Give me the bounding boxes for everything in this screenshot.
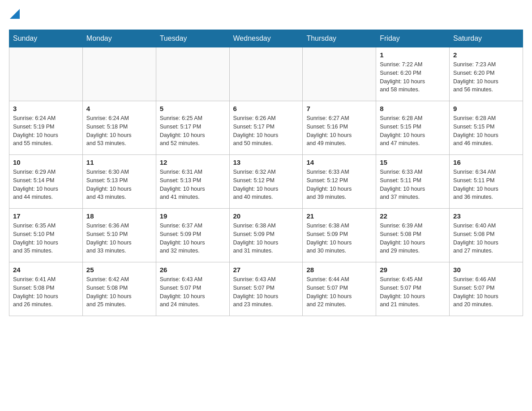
day-info: Sunrise: 6:30 AM Sunset: 5:13 PM Dayligh… — [86, 168, 152, 201]
day-info: Sunrise: 6:38 AM Sunset: 5:09 PM Dayligh… — [233, 222, 299, 255]
calendar-cell: 27Sunrise: 6:43 AM Sunset: 5:07 PM Dayli… — [229, 262, 303, 316]
day-number: 12 — [160, 158, 226, 166]
day-info: Sunrise: 6:38 AM Sunset: 5:09 PM Dayligh… — [306, 222, 372, 255]
svg-marker-0 — [10, 9, 20, 19]
calendar-cell: 25Sunrise: 6:42 AM Sunset: 5:08 PM Dayli… — [82, 262, 156, 316]
calendar-cell: 14Sunrise: 6:33 AM Sunset: 5:12 PM Dayli… — [303, 155, 376, 209]
day-number: 27 — [233, 266, 299, 274]
calendar-cell: 13Sunrise: 6:32 AM Sunset: 5:12 PM Dayli… — [229, 155, 303, 209]
day-number: 10 — [13, 158, 79, 166]
day-number: 11 — [86, 158, 152, 166]
header-tuesday: Tuesday — [156, 30, 229, 47]
calendar-week-row: 1Sunrise: 7:22 AM Sunset: 6:20 PM Daylig… — [9, 47, 523, 101]
day-info: Sunrise: 6:37 AM Sunset: 5:09 PM Dayligh… — [160, 222, 226, 255]
day-info: Sunrise: 6:32 AM Sunset: 5:12 PM Dayligh… — [233, 168, 299, 201]
calendar-cell: 3Sunrise: 6:24 AM Sunset: 5:19 PM Daylig… — [9, 101, 83, 155]
day-number: 15 — [380, 158, 446, 166]
calendar-cell: 12Sunrise: 6:31 AM Sunset: 5:13 PM Dayli… — [156, 155, 229, 209]
calendar-cell: 4Sunrise: 6:24 AM Sunset: 5:18 PM Daylig… — [82, 101, 156, 155]
day-info: Sunrise: 6:41 AM Sunset: 5:08 PM Dayligh… — [13, 275, 79, 309]
day-number: 28 — [306, 266, 372, 274]
calendar-cell: 10Sunrise: 6:29 AM Sunset: 5:14 PM Dayli… — [9, 155, 83, 209]
header — [9, 9, 523, 21]
day-number: 30 — [453, 266, 519, 274]
day-number: 19 — [160, 212, 226, 220]
day-number: 16 — [453, 158, 519, 166]
day-info: Sunrise: 6:24 AM Sunset: 5:18 PM Dayligh… — [86, 114, 152, 148]
day-info: Sunrise: 6:44 AM Sunset: 5:07 PM Dayligh… — [306, 275, 372, 309]
day-number: 9 — [453, 105, 519, 112]
logo — [9, 9, 21, 21]
calendar-cell: 16Sunrise: 6:34 AM Sunset: 5:11 PM Dayli… — [450, 155, 523, 209]
calendar-cell: 8Sunrise: 6:28 AM Sunset: 5:15 PM Daylig… — [376, 101, 450, 155]
calendar-cell: 18Sunrise: 6:36 AM Sunset: 5:10 PM Dayli… — [82, 209, 156, 262]
calendar-cell: 6Sunrise: 6:26 AM Sunset: 5:17 PM Daylig… — [229, 101, 303, 155]
day-number: 3 — [13, 105, 79, 112]
calendar-cell: 11Sunrise: 6:30 AM Sunset: 5:13 PM Dayli… — [82, 155, 156, 209]
day-info: Sunrise: 7:22 AM Sunset: 6:20 PM Dayligh… — [380, 60, 446, 94]
calendar-header-row: Sunday Monday Tuesday Wednesday Thursday… — [9, 30, 523, 47]
day-info: Sunrise: 6:26 AM Sunset: 5:17 PM Dayligh… — [233, 114, 299, 148]
day-info: Sunrise: 6:35 AM Sunset: 5:10 PM Dayligh… — [13, 222, 79, 255]
header-sunday: Sunday — [9, 30, 83, 47]
header-wednesday: Wednesday — [229, 30, 303, 47]
day-number: 22 — [380, 212, 446, 220]
calendar-cell: 21Sunrise: 6:38 AM Sunset: 5:09 PM Dayli… — [303, 209, 376, 262]
calendar-cell: 22Sunrise: 6:39 AM Sunset: 5:08 PM Dayli… — [376, 209, 450, 262]
day-info: Sunrise: 6:42 AM Sunset: 5:08 PM Dayligh… — [86, 275, 152, 309]
calendar-cell: 15Sunrise: 6:33 AM Sunset: 5:11 PM Dayli… — [376, 155, 450, 209]
calendar-cell: 28Sunrise: 6:44 AM Sunset: 5:07 PM Dayli… — [303, 262, 376, 316]
header-thursday: Thursday — [303, 30, 376, 47]
calendar-cell — [9, 47, 83, 101]
calendar-cell: 5Sunrise: 6:25 AM Sunset: 5:17 PM Daylig… — [156, 101, 229, 155]
day-number: 2 — [453, 51, 519, 59]
day-number: 17 — [13, 212, 79, 220]
day-info: Sunrise: 6:43 AM Sunset: 5:07 PM Dayligh… — [233, 275, 299, 309]
header-friday: Friday — [376, 30, 450, 47]
calendar-cell: 19Sunrise: 6:37 AM Sunset: 5:09 PM Dayli… — [156, 209, 229, 262]
calendar-week-row: 24Sunrise: 6:41 AM Sunset: 5:08 PM Dayli… — [9, 262, 523, 316]
day-number: 8 — [380, 105, 446, 112]
calendar-table: Sunday Monday Tuesday Wednesday Thursday… — [9, 30, 523, 316]
day-number: 24 — [13, 266, 79, 274]
calendar-cell — [229, 47, 303, 101]
calendar-cell — [82, 47, 156, 101]
header-saturday: Saturday — [450, 30, 523, 47]
day-info: Sunrise: 6:45 AM Sunset: 5:07 PM Dayligh… — [380, 275, 446, 309]
day-info: Sunrise: 6:36 AM Sunset: 5:10 PM Dayligh… — [86, 222, 152, 255]
day-info: Sunrise: 6:24 AM Sunset: 5:19 PM Dayligh… — [13, 114, 79, 148]
day-number: 1 — [380, 51, 446, 59]
day-info: Sunrise: 6:40 AM Sunset: 5:08 PM Dayligh… — [453, 222, 519, 255]
day-number: 29 — [380, 266, 446, 274]
day-number: 13 — [233, 158, 299, 166]
day-info: Sunrise: 6:43 AM Sunset: 5:07 PM Dayligh… — [160, 275, 226, 309]
day-number: 26 — [160, 266, 226, 274]
calendar-cell: 7Sunrise: 6:27 AM Sunset: 5:16 PM Daylig… — [303, 101, 376, 155]
calendar-cell — [156, 47, 229, 101]
calendar-week-row: 17Sunrise: 6:35 AM Sunset: 5:10 PM Dayli… — [9, 209, 523, 262]
day-info: Sunrise: 6:25 AM Sunset: 5:17 PM Dayligh… — [160, 114, 226, 148]
calendar-week-row: 10Sunrise: 6:29 AM Sunset: 5:14 PM Dayli… — [9, 155, 523, 209]
calendar-cell: 20Sunrise: 6:38 AM Sunset: 5:09 PM Dayli… — [229, 209, 303, 262]
calendar-cell: 9Sunrise: 6:28 AM Sunset: 5:15 PM Daylig… — [450, 101, 523, 155]
calendar-cell: 29Sunrise: 6:45 AM Sunset: 5:07 PM Dayli… — [376, 262, 450, 316]
day-number: 6 — [233, 105, 299, 112]
day-info: Sunrise: 6:28 AM Sunset: 5:15 PM Dayligh… — [453, 114, 519, 148]
header-monday: Monday — [82, 30, 156, 47]
logo-icon — [10, 9, 20, 21]
calendar-cell: 1Sunrise: 7:22 AM Sunset: 6:20 PM Daylig… — [376, 47, 450, 101]
calendar-week-row: 3Sunrise: 6:24 AM Sunset: 5:19 PM Daylig… — [9, 101, 523, 155]
day-info: Sunrise: 7:23 AM Sunset: 6:20 PM Dayligh… — [453, 60, 519, 94]
day-info: Sunrise: 6:46 AM Sunset: 5:07 PM Dayligh… — [453, 275, 519, 309]
day-number: 23 — [453, 212, 519, 220]
day-info: Sunrise: 6:34 AM Sunset: 5:11 PM Dayligh… — [453, 168, 519, 201]
calendar-cell: 30Sunrise: 6:46 AM Sunset: 5:07 PM Dayli… — [450, 262, 523, 316]
day-info: Sunrise: 6:33 AM Sunset: 5:12 PM Dayligh… — [306, 168, 372, 201]
calendar-cell: 23Sunrise: 6:40 AM Sunset: 5:08 PM Dayli… — [450, 209, 523, 262]
calendar-cell: 26Sunrise: 6:43 AM Sunset: 5:07 PM Dayli… — [156, 262, 229, 316]
day-number: 25 — [86, 266, 152, 274]
day-number: 14 — [306, 158, 372, 166]
day-info: Sunrise: 6:28 AM Sunset: 5:15 PM Dayligh… — [380, 114, 446, 148]
day-number: 21 — [306, 212, 372, 220]
calendar-cell: 17Sunrise: 6:35 AM Sunset: 5:10 PM Dayli… — [9, 209, 83, 262]
